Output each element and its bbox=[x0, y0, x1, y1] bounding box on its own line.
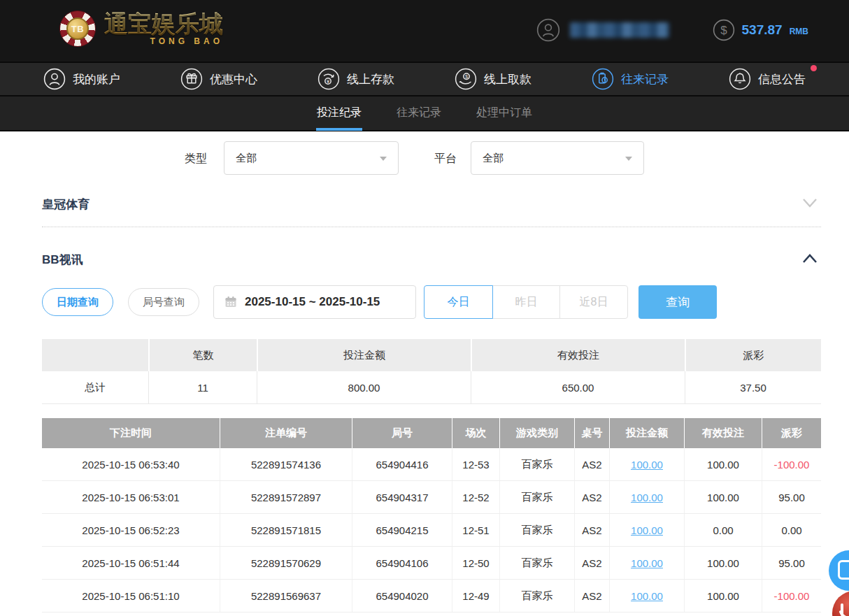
balance-amount: 537.87 bbox=[742, 22, 783, 38]
cell-table: AS2 bbox=[574, 514, 609, 546]
nav-item-transaction-records[interactable]: 往来记录 bbox=[592, 68, 669, 90]
service-widget-red[interactable] bbox=[832, 591, 849, 616]
summary-count-value: 11 bbox=[148, 371, 257, 403]
bet-amount-link[interactable]: 100.00 bbox=[631, 557, 663, 569]
cell-time: 2025-10-15 06:51:44 bbox=[42, 547, 220, 579]
cell-game: 百家乐 bbox=[499, 547, 574, 579]
section-title-crown-sports[interactable]: 皇冠体育 bbox=[42, 196, 90, 213]
type-select[interactable]: 全部 bbox=[224, 141, 399, 175]
bet-table-header-row: 下注时间 注单编号 局号 场次 游戏类别 桌号 投注金额 有效投注 派彩 bbox=[42, 418, 821, 448]
round-query-toggle[interactable]: 局号查询 bbox=[128, 288, 199, 316]
date-range-input[interactable]: 2025-10-15 ~ 2025-10-15 bbox=[213, 285, 416, 319]
table-row: 2025-10-15 06:52:23 522891571815 6549042… bbox=[42, 514, 821, 547]
cell-table: AS2 bbox=[574, 481, 609, 513]
col-header-session: 场次 bbox=[452, 418, 499, 448]
cell-game: 百家乐 bbox=[499, 580, 574, 612]
user-area: $ 537.87 RMB bbox=[536, 18, 808, 42]
today-button[interactable]: 今日 bbox=[424, 285, 493, 319]
cell-order-no: 522891572897 bbox=[220, 481, 352, 513]
bet-amount-link[interactable]: 100.00 bbox=[631, 492, 663, 503]
brand-subtitle: TONG BAO bbox=[104, 37, 223, 45]
account-icon bbox=[43, 68, 66, 90]
records-icon bbox=[592, 68, 614, 90]
nav-label: 往来记录 bbox=[621, 71, 669, 87]
table-row: 2025-10-15 06:53:01 522891572897 6549043… bbox=[42, 481, 821, 514]
cell-valid: 100.00 bbox=[684, 547, 762, 579]
balance-currency: RMB bbox=[790, 27, 808, 36]
deposit-icon: ¥ bbox=[318, 68, 340, 90]
cell-round-no: 654904215 bbox=[352, 514, 452, 546]
nav-item-withdraw[interactable]: $ 线上取款 bbox=[455, 68, 531, 90]
section-title-bb-live[interactable]: BB视讯 bbox=[42, 252, 83, 268]
chevron-down-icon[interactable] bbox=[801, 196, 818, 210]
balance: $ 537.87 RMB bbox=[713, 19, 808, 41]
cell-table: AS2 bbox=[574, 448, 609, 480]
cell-payout: -100.00 bbox=[762, 448, 821, 480]
page: TB 通宝娱乐城 TONG BAO $ 537.87 RMB bbox=[0, 0, 849, 616]
cell-time: 2025-10-15 06:51:10 bbox=[42, 580, 220, 612]
nav-label: 线上取款 bbox=[484, 71, 531, 87]
col-header-valid: 有效投注 bbox=[684, 418, 762, 448]
dollar-coin-icon: $ bbox=[713, 19, 735, 41]
summary-header-count: 笔数 bbox=[148, 339, 257, 371]
cell-valid: 0.00 bbox=[684, 514, 762, 546]
cell-round-no: 654904317 bbox=[352, 481, 452, 513]
tab-bet-records[interactable]: 投注纪录 bbox=[315, 96, 363, 131]
search-button[interactable]: 查询 bbox=[638, 285, 717, 319]
summary-payout-value: 37.50 bbox=[685, 371, 821, 403]
nav-item-my-account[interactable]: 我的账户 bbox=[43, 68, 120, 90]
bet-amount-link[interactable]: 100.00 bbox=[631, 524, 663, 536]
site-logo: TB 通宝娱乐城 TONG BAO bbox=[59, 10, 223, 47]
cell-table: AS2 bbox=[574, 580, 609, 612]
yesterday-button[interactable]: 昨日 bbox=[492, 285, 560, 319]
summary-header-blank bbox=[42, 339, 148, 371]
cell-valid: 100.00 bbox=[684, 481, 762, 513]
tab-transaction-records[interactable]: 往来记录 bbox=[395, 96, 443, 131]
summary-total-label: 总计 bbox=[42, 371, 148, 403]
col-header-table: 桌号 bbox=[574, 418, 609, 448]
bet-amount-link[interactable]: 100.00 bbox=[631, 459, 663, 471]
dotted-divider bbox=[42, 227, 821, 227]
nav-item-promotions[interactable]: 优惠中心 bbox=[180, 68, 257, 90]
withdraw-icon: $ bbox=[455, 68, 477, 90]
summary-valid-bet-value: 650.00 bbox=[471, 371, 685, 403]
cell-session: 12-53 bbox=[452, 448, 499, 480]
table-row: 2025-10-15 06:53:40 522891574136 6549044… bbox=[42, 448, 821, 481]
platform-select[interactable]: 全部 bbox=[471, 141, 644, 175]
main-nav: 我的账户 优惠中心 ¥ 线上存款 $ 线上取款 bbox=[0, 62, 849, 96]
cell-order-no: 522891574136 bbox=[220, 448, 352, 480]
col-header-round-no: 局号 bbox=[352, 418, 452, 448]
cell-round-no: 654904416 bbox=[352, 448, 452, 480]
bet-amount-link[interactable]: 100.00 bbox=[631, 590, 663, 602]
summary-total-row: 总计 11 800.00 650.00 37.50 bbox=[42, 371, 821, 404]
last-8-days-button[interactable]: 近8日 bbox=[559, 285, 628, 319]
cell-order-no: 522891571815 bbox=[220, 514, 352, 546]
quick-range-group: 今日 昨日 近8日 bbox=[424, 285, 628, 319]
cell-time: 2025-10-15 06:53:40 bbox=[42, 448, 220, 480]
cell-order-no: 522891570629 bbox=[220, 547, 352, 579]
col-header-bet: 投注金额 bbox=[609, 418, 684, 448]
chip-monogram: TB bbox=[66, 17, 89, 40]
chevron-up-icon[interactable] bbox=[801, 252, 818, 266]
nav-label: 线上存款 bbox=[347, 71, 394, 87]
sub-nav: 投注纪录 往来记录 处理中订单 bbox=[0, 96, 849, 131]
date-range-value: 2025-10-15 ~ 2025-10-15 bbox=[245, 295, 380, 309]
bet-table: 下注时间 注单编号 局号 场次 游戏类别 桌号 投注金额 有效投注 派彩 202… bbox=[42, 418, 821, 613]
tab-pending-orders[interactable]: 处理中订单 bbox=[475, 96, 534, 131]
date-query-toggle[interactable]: 日期查询 bbox=[42, 288, 113, 316]
caret-down-icon bbox=[625, 157, 632, 161]
brand-name: 通宝娱乐城 bbox=[104, 12, 223, 36]
cell-game: 百家乐 bbox=[499, 448, 574, 480]
nav-item-announcements[interactable]: 信息公告 bbox=[729, 68, 806, 90]
nav-label: 我的账户 bbox=[73, 71, 120, 87]
nav-item-deposit[interactable]: ¥ 线上存款 bbox=[318, 68, 394, 90]
cell-session: 12-51 bbox=[452, 514, 499, 546]
customer-service-button[interactable] bbox=[829, 550, 849, 591]
caret-down-icon bbox=[380, 157, 387, 161]
top-header: TB 通宝娱乐城 TONG BAO $ 537.87 RMB bbox=[0, 0, 849, 62]
col-header-time: 下注时间 bbox=[42, 418, 220, 448]
cell-payout: 95.00 bbox=[762, 547, 821, 579]
cell-payout: -100.00 bbox=[762, 580, 821, 612]
type-filter-label: 类型 bbox=[185, 152, 207, 166]
summary-header-payout: 派彩 bbox=[685, 339, 821, 371]
